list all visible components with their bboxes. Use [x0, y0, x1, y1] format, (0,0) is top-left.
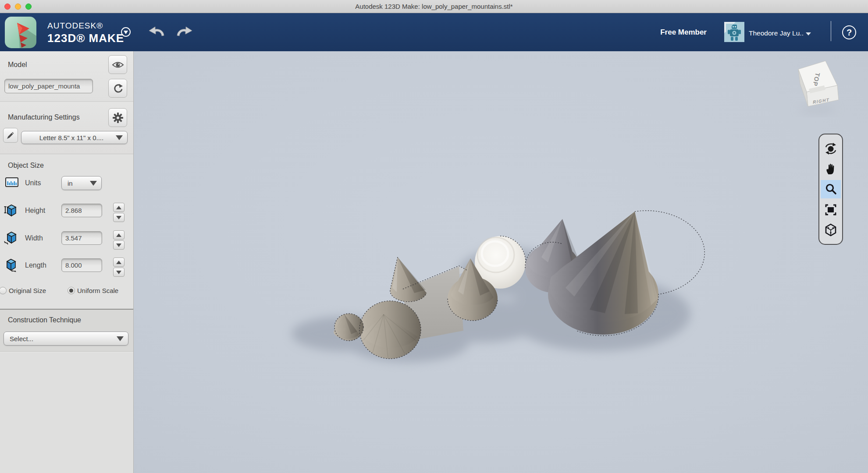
width-label: Width — [25, 234, 43, 242]
sheet-preset-dropdown[interactable]: Letter 8.5" x 11" x 0.... — [21, 131, 128, 144]
construction-caret-icon — [117, 336, 124, 341]
view-cube[interactable]: TOP RIGHT — [798, 61, 839, 113]
app-logo-icon — [5, 17, 36, 48]
height-stepper-up[interactable] — [113, 203, 125, 212]
undo-button[interactable] — [146, 25, 167, 39]
redo-button[interactable] — [174, 25, 195, 39]
units-value: in — [62, 180, 90, 187]
eye-icon — [112, 60, 124, 69]
construction-technique-dropdown[interactable]: Select... — [4, 332, 128, 346]
navigation-toolbar — [818, 134, 843, 245]
undo-arrow-icon — [147, 25, 167, 38]
height-label: Height — [25, 207, 45, 215]
height-dimension-icon — [4, 204, 17, 217]
app-window: Autodesk 123D Make: low_poly_paper_mount… — [0, 0, 868, 473]
viewport-3d[interactable]: TOP RIGHT — [134, 51, 868, 473]
sheet-preset-value: Letter 8.5" x 11" x 0.... — [21, 134, 116, 141]
fit-view-tool-button[interactable] — [821, 201, 841, 219]
model-scene: TOP RIGHT — [134, 51, 868, 473]
pencil-icon — [6, 131, 15, 140]
sidebar: Model Manufacturing Settings — [0, 51, 134, 473]
help-button[interactable]: ? — [842, 25, 856, 39]
width-input[interactable] — [61, 231, 102, 245]
refresh-icon — [113, 83, 123, 94]
length-dimension-icon — [4, 259, 17, 272]
width-stepper-down[interactable] — [113, 240, 125, 250]
dropdown-caret-icon — [116, 135, 123, 140]
height-input[interactable] — [61, 204, 102, 217]
length-input[interactable] — [61, 258, 102, 272]
robot-avatar-image — [724, 22, 744, 42]
user-name[interactable]: Theodore Jay Lu.. — [749, 29, 804, 37]
original-size-radio[interactable]: Original Size — [0, 287, 46, 294]
length-stepper-up[interactable] — [113, 258, 125, 267]
radio-ring — [68, 287, 75, 294]
avatar[interactable] — [724, 22, 744, 42]
uniform-scale-radio[interactable]: Uniform Scale — [68, 287, 118, 294]
manufacturing-settings-label: Manufacturing Settings — [8, 113, 80, 121]
magnifier-icon — [824, 183, 837, 196]
radio-ring — [0, 287, 7, 294]
viewcube-home-icon — [824, 223, 837, 236]
brand-wordmark: AUTODESK® 123D® MAKE — [47, 21, 124, 45]
toggle-model-visibility-button[interactable] — [108, 55, 127, 74]
construction-technique-label: Construction Technique — [8, 316, 81, 324]
manufacturing-settings-button[interactable] — [108, 108, 127, 127]
fit-view-icon — [824, 203, 837, 216]
brand-autodesk: AUTODESK® — [47, 21, 124, 31]
orbit-tool-button[interactable] — [821, 139, 841, 158]
orbit-icon — [824, 142, 837, 155]
units-label: Units — [25, 179, 41, 187]
app-header: AUTODESK® 123D® MAKE Free Member — [0, 13, 868, 51]
gear-icon — [112, 112, 124, 124]
units-dropdown[interactable]: in — [61, 176, 102, 190]
units-caret-icon — [90, 181, 97, 186]
reload-model-button[interactable] — [108, 79, 127, 98]
viewcube-home-tool-button[interactable] — [821, 221, 841, 239]
redo-arrow-icon — [174, 25, 194, 38]
membership-badge: Free Member — [660, 28, 707, 37]
app-menu-dropdown-icon[interactable] — [121, 27, 131, 37]
units-ruler-icon — [5, 177, 18, 187]
pan-tool-button[interactable] — [821, 160, 841, 178]
brand-123d-make: 123D® MAKE — [47, 32, 124, 45]
construction-technique-value: Select... — [4, 335, 117, 342]
original-size-radio-label: Original Size — [9, 287, 46, 294]
length-stepper — [113, 258, 125, 278]
length-label: Length — [25, 261, 46, 269]
model-section-label: Model — [8, 61, 27, 69]
height-stepper-down[interactable] — [113, 213, 125, 222]
manufacturing-settings-section: Manufacturing Settings — [0, 102, 133, 154]
zoom-tool-button[interactable] — [821, 180, 841, 198]
construction-technique-section: Construction Technique Select... — [0, 309, 133, 352]
object-size-section: Object Size Units in — [0, 155, 133, 309]
model-filename-input[interactable] — [4, 79, 93, 93]
window-title: Autodesk 123D Make: low_poly_paper_mount… — [0, 0, 868, 13]
width-stepper — [113, 230, 125, 251]
length-stepper-down[interactable] — [113, 268, 125, 277]
edit-preset-button[interactable] — [3, 128, 18, 143]
user-menu-caret-icon[interactable] — [806, 32, 811, 35]
uniform-scale-radio-label: Uniform Scale — [77, 287, 118, 294]
width-stepper-up[interactable] — [113, 230, 125, 240]
model-section: Model — [0, 51, 133, 102]
height-stepper — [113, 203, 125, 223]
object-size-label: Object Size — [8, 162, 44, 169]
pan-hand-icon — [825, 163, 837, 175]
header-divider — [831, 21, 831, 41]
titlebar: Autodesk 123D Make: low_poly_paper_mount… — [0, 0, 868, 13]
width-dimension-icon — [4, 232, 17, 245]
